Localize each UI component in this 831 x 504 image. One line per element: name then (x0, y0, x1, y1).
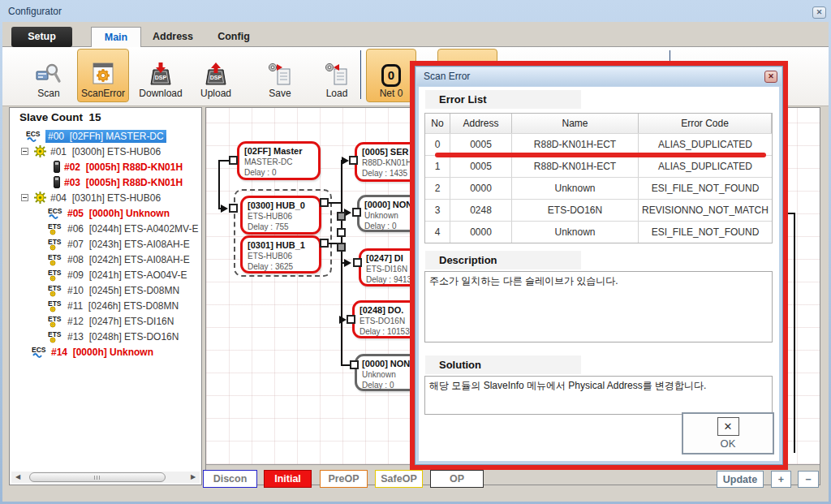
cell-name: R88D-KN01H-ECT (512, 156, 639, 177)
tree-item-13[interactable]: ETS #13 [0248h] ETS-DO16N (10, 329, 201, 344)
svg-text:ETS: ETS (48, 284, 62, 292)
cell-address: 0248 (450, 200, 512, 221)
tree-item-label: #13 [0248h] ETS-DO16N (67, 331, 179, 342)
ok-x-icon: ✕ (717, 417, 739, 436)
state-op-button[interactable]: OP (430, 470, 484, 488)
net0-button[interactable]: 0 Net 0 (366, 49, 416, 102)
svg-text:ECS: ECS (48, 207, 62, 215)
scan-button[interactable]: Scan (22, 49, 75, 102)
toolbar-separator (360, 50, 361, 99)
download-label: Download (139, 88, 182, 99)
update-button[interactable]: Update (717, 471, 764, 488)
state-preop-button[interactable]: PreOP (320, 470, 368, 488)
tab-main[interactable]: Main (91, 27, 141, 48)
net0-label: Net 0 (380, 88, 403, 99)
dialog-titlebar[interactable]: Scan Error ✕ (416, 67, 781, 86)
svg-text:ECS: ECS (26, 130, 41, 138)
cell-error-code: ESI_FILE_NOT_FOUND (639, 222, 772, 243)
setup-button[interactable]: Setup (11, 27, 72, 47)
tree-horizontal-scrollbar[interactable]: ◀ ▶ (11, 472, 200, 483)
window-close-icon[interactable]: ✕ (812, 6, 826, 19)
svg-text:ETS: ETS (48, 253, 62, 261)
tree-item-08[interactable]: ETS #08 [0242h] ETS-AI08AH-E (10, 252, 201, 267)
tree-item-label: #10 [0245h] ETS-D08MN (67, 285, 179, 296)
scanerror-label: ScanError (81, 88, 125, 99)
svg-text:ETS: ETS (48, 330, 62, 338)
expander-icon[interactable] (21, 148, 28, 155)
tree-item-03[interactable]: #03 [0005h] R88D-KN01H (10, 174, 201, 190)
download-button[interactable]: DSP Download (134, 49, 187, 102)
svg-text:DSP: DSP (210, 75, 222, 80)
zoom-out-button[interactable]: − (798, 471, 819, 488)
cell-no: 1 (425, 156, 450, 177)
tree-item-05[interactable]: ECS #05 [0000h] Unknown (10, 205, 201, 221)
save-button[interactable]: Save (256, 49, 304, 102)
servo-icon (54, 161, 60, 173)
description-header: Description (425, 251, 581, 269)
tree-item-label: #02 [0005h] R88D-KN01H (64, 162, 183, 173)
hub-icon (34, 192, 46, 204)
svg-text:ETS: ETS (48, 269, 62, 277)
cell-address: 0000 (450, 222, 512, 243)
load-icon (324, 62, 350, 87)
tree-item-14[interactable]: ECS #14 [0000h] Unknown (10, 344, 201, 360)
tree-item-label: #14 [0000h] Unknown (51, 347, 153, 358)
scanerror-button[interactable]: ScanError (77, 49, 129, 102)
col-name: Name (512, 114, 639, 133)
cell-error-code: ESI_FILE_NOT_FOUND (639, 178, 772, 199)
error-row-1[interactable]: 1 0005 R88D-KN01H-ECT ALIAS_DUPLICATED (425, 155, 772, 177)
state-initial-button[interactable]: Initial (264, 470, 312, 488)
svg-text:DSP: DSP (155, 75, 167, 80)
tree-item-11[interactable]: ETS #11 [0246h] ETS-D08MN (10, 298, 201, 313)
cell-name: Unknown (512, 178, 639, 199)
tree-item-06[interactable]: ETS #06 [0244h] ETS-A0402MV-E (10, 221, 201, 236)
tab-config[interactable]: Config (207, 27, 260, 48)
cell-name: Unknown (512, 222, 639, 243)
tree-item-10[interactable]: ETS #10 [0245h] ETS-D08MN (10, 282, 201, 298)
state-safeop-button[interactable]: SafeOP (375, 470, 423, 488)
ok-label: OK (721, 437, 736, 450)
state-discon-button[interactable]: Discon (203, 470, 257, 488)
cell-error-code: REVISIONNO_NOT_MATCH (639, 200, 772, 221)
svg-text:ETS: ETS (48, 299, 62, 308)
tree-item-label: #01 [0300h] ETS-HUB06 (50, 146, 161, 157)
error-row-4[interactable]: 4 0000 Unknown ESI_FILE_NOT_FOUND (425, 221, 772, 243)
tree-item-label: #09 [0241h] ETS-AO04V-E (67, 269, 187, 281)
scroll-left-arrow-icon[interactable]: ◀ (11, 472, 24, 483)
cell-address: 0000 (450, 178, 512, 199)
scanerror-icon (90, 62, 116, 87)
slave-count-header: Slave Count 15 (19, 111, 201, 123)
tab-address[interactable]: Address (142, 27, 204, 48)
error-row-0[interactable]: 0 0005 R88D-KN01H-ECT ALIAS_DUPLICATED (425, 133, 772, 155)
window-title: Configurator (8, 6, 62, 17)
expander-icon[interactable] (21, 194, 28, 201)
ets-icon: ETS (48, 315, 63, 328)
tree-item-04[interactable]: #04 [0301h] ETS-HUB06 (10, 190, 201, 205)
tree-item-02[interactable]: #02 [0005h] R88D-KN01H (10, 159, 201, 174)
load-button[interactable]: Load (314, 49, 360, 102)
cell-address: 0005 (450, 156, 512, 177)
scroll-right-arrow-icon[interactable]: ▶ (187, 472, 200, 483)
tree-item-12[interactable]: ETS #12 [0247h] ETS-DI16N (10, 313, 201, 329)
tree-item-label: #06 [0244h] ETS-A0402MV-E (67, 223, 198, 235)
tree-item-07[interactable]: ETS #07 [0243h] ETS-AI08AH-E (10, 236, 201, 252)
tree-item-00[interactable]: ECS #00 [02FFh] MASTER-DC (10, 128, 201, 144)
ets-icon: ETS (48, 222, 63, 235)
scan-label: Scan (37, 88, 59, 99)
scan-icon (36, 62, 62, 87)
error-row-2[interactable]: 2 0000 Unknown ESI_FILE_NOT_FOUND (425, 177, 772, 199)
ok-button[interactable]: ✕ OK (682, 412, 774, 454)
tree-item-01[interactable]: #01 [0300h] ETS-HUB06 (10, 144, 201, 159)
app-window: Configurator ✕ Setup Main Address Config… (0, 0, 831, 504)
servo-icon (54, 176, 60, 188)
cell-no: 2 (425, 178, 450, 199)
error-row-3[interactable]: 3 0248 ETS-DO16N REVISIONNO_NOT_MATCH (425, 199, 772, 221)
tab-strip: Setup Main Address Config (2, 24, 829, 47)
upload-button[interactable]: DSP Upload (191, 49, 241, 102)
tree-item-label: #07 [0243h] ETS-AI08AH-E (67, 239, 190, 250)
zoom-in-button[interactable]: + (771, 471, 791, 488)
dialog-close-icon[interactable]: ✕ (764, 71, 777, 83)
scrollbar-thumb[interactable] (29, 472, 166, 482)
cell-error-code: ALIAS_DUPLICATED (639, 156, 772, 177)
tree-item-09[interactable]: ETS #09 [0241h] ETS-AO04V-E (10, 267, 201, 282)
